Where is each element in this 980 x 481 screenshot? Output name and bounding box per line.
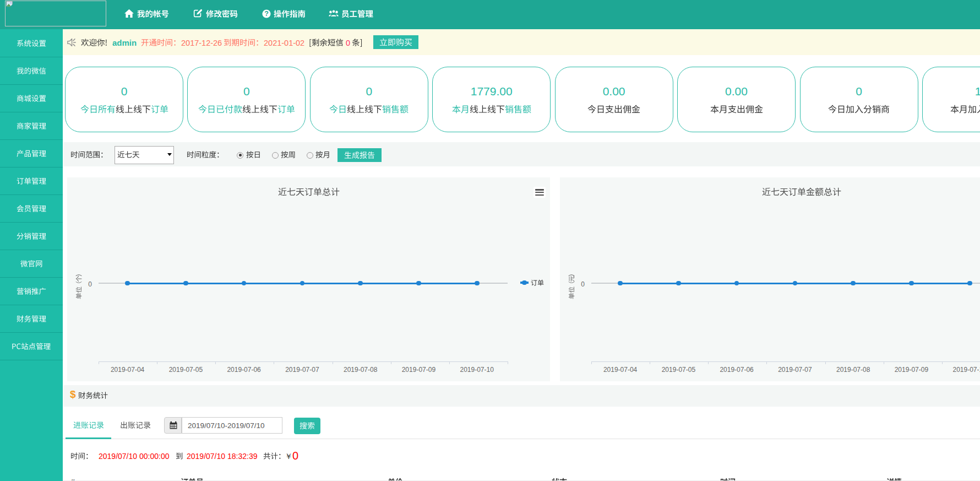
svg-text:?: ?: [264, 9, 269, 17]
